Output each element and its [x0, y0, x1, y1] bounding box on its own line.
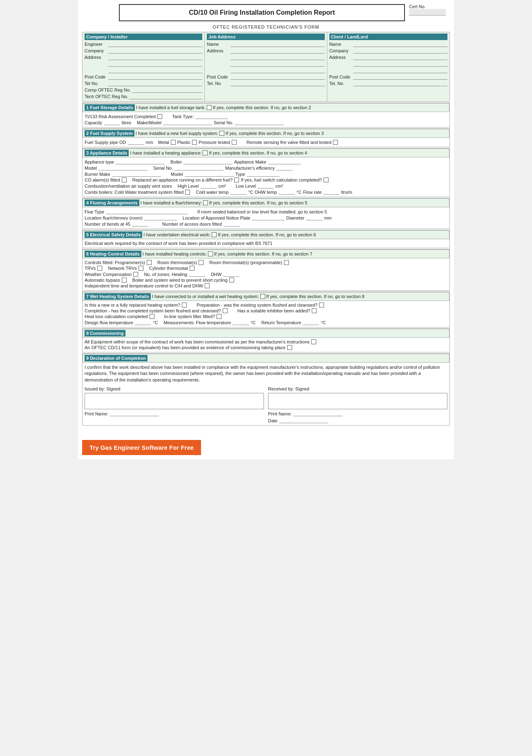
client-address-input[interactable]: [353, 54, 447, 60]
section-6-checkbox[interactable]: [208, 251, 213, 256]
fuel-switch-checkbox[interactable]: [324, 177, 329, 182]
dhw-input[interactable]: [223, 271, 239, 277]
high-level-input[interactable]: [200, 183, 217, 188]
client-company-input[interactable]: [353, 48, 447, 54]
access-doors-input[interactable]: [224, 221, 240, 227]
trvs-checkbox[interactable]: [97, 266, 102, 271]
inhibitor-checkbox[interactable]: [312, 308, 317, 313]
company-address2-input[interactable]: [108, 61, 202, 67]
completion-checkbox[interactable]: [223, 308, 228, 313]
type-input[interactable]: [247, 171, 279, 177]
replaced-checkbox[interactable]: [234, 177, 239, 182]
appliance-make-input[interactable]: [268, 159, 301, 164]
job-address4-input[interactable]: [230, 67, 324, 73]
room-stat-checkbox[interactable]: [199, 260, 203, 265]
room-stat-prog-checkbox[interactable]: [284, 260, 289, 265]
make-model-input[interactable]: [163, 120, 212, 125]
three-col-section: Company / Installer Engineer Company Add…: [82, 32, 450, 102]
flow-rate-input[interactable]: [323, 189, 340, 195]
tank-type-input[interactable]: [195, 114, 228, 119]
auto-bypass-checkbox[interactable]: [122, 278, 127, 283]
cta-button[interactable]: Try Gas Engineer Software For Free: [82, 440, 201, 455]
company-company-input[interactable]: [108, 48, 202, 54]
boiler-input[interactable]: [183, 159, 232, 164]
plastic-checkbox[interactable]: [192, 140, 197, 145]
approved-notice-input[interactable]: [252, 215, 285, 220]
date-input[interactable]: [279, 418, 328, 423]
pipe-od-input[interactable]: [128, 139, 144, 145]
company-tech-oftec-input[interactable]: [130, 94, 202, 99]
appliance-make-label: Appliance Make: [234, 159, 266, 164]
commissioning-line2: An OFTEC CD/11 form (or equivalent) has …: [85, 345, 286, 350]
commissioning-line1-checkbox[interactable]: [311, 339, 316, 344]
burner-make-input[interactable]: [112, 171, 161, 177]
job-address2-input[interactable]: [230, 54, 324, 60]
model2-input[interactable]: [185, 171, 234, 177]
client-address2-input[interactable]: [353, 61, 447, 67]
model-input[interactable]: [98, 165, 148, 170]
section-4-checkbox[interactable]: [203, 200, 208, 205]
location-flue-input[interactable]: [144, 215, 177, 220]
cert-input[interactable]: [409, 9, 446, 16]
serial-no-input[interactable]: [235, 120, 284, 125]
remote-sensing-checkbox[interactable]: [333, 140, 338, 145]
section-1-checkbox[interactable]: [207, 105, 212, 110]
cylinder-stat-checkbox[interactable]: [190, 266, 194, 271]
section-5-intro: I have undertaken electrical work:: [143, 232, 210, 237]
print-name-input1[interactable]: [110, 411, 159, 416]
serial-no2-input[interactable]: [174, 165, 224, 170]
return-temp-input[interactable]: [303, 320, 319, 325]
bends-45-input[interactable]: [132, 221, 148, 227]
pressure-tested-checkbox[interactable]: [232, 140, 237, 145]
company-engineer-input[interactable]: [108, 41, 202, 47]
cold-water-input[interactable]: [230, 189, 246, 195]
client-address3-input[interactable]: [353, 67, 447, 73]
company-postcode-input[interactable]: [108, 74, 202, 80]
mfr-efficiency-input[interactable]: [276, 165, 293, 170]
commissioning-line2-checkbox[interactable]: [287, 345, 292, 350]
company-tel-input[interactable]: [108, 81, 202, 86]
section-2-content: Fuel Supply pipe OD mm Metal Plastic Pre…: [83, 138, 449, 147]
capacity-input[interactable]: [104, 120, 120, 125]
combi-checkbox[interactable]: [185, 190, 190, 195]
short-cycling-checkbox[interactable]: [229, 278, 234, 283]
company-address-input[interactable]: [108, 54, 202, 60]
company-comp-oftec-input[interactable]: [132, 87, 202, 93]
job-postcode-input[interactable]: [230, 74, 324, 80]
company-address3-input[interactable]: [108, 67, 202, 73]
client-tel-input[interactable]: [353, 81, 447, 86]
job-tel-input[interactable]: [230, 81, 324, 86]
design-flow-input[interactable]: [135, 320, 151, 325]
independent-checkbox[interactable]: [205, 283, 210, 288]
issued-sig-box[interactable]: [85, 393, 264, 409]
job-address-input[interactable]: [230, 48, 324, 54]
network-trvs-checkbox[interactable]: [139, 266, 143, 271]
section-2-ifyes: If yes, complete this section. If no, go…: [226, 131, 324, 136]
print-name-input2[interactable]: [293, 411, 342, 416]
measurements-flow-input[interactable]: [232, 320, 249, 325]
dhw-temp-input[interactable]: [279, 189, 295, 195]
job-name-input[interactable]: [230, 41, 324, 47]
section-7-checkbox[interactable]: [260, 294, 265, 299]
new-replaced-checkbox[interactable]: [182, 303, 187, 307]
received-sig-box[interactable]: [268, 393, 447, 409]
diameter-input[interactable]: [306, 215, 322, 220]
job-address3-input[interactable]: [230, 61, 324, 67]
co-alarms-checkbox[interactable]: [122, 177, 127, 182]
heat-loss-checkbox[interactable]: [150, 314, 154, 319]
client-postcode-input[interactable]: [353, 74, 447, 80]
section-3-checkbox[interactable]: [203, 150, 208, 155]
section-5-checkbox[interactable]: [212, 232, 217, 237]
zones-heating-input[interactable]: [189, 271, 205, 277]
weather-comp-checkbox[interactable]: [133, 272, 138, 277]
flue-type-input[interactable]: [106, 209, 188, 214]
client-name-input[interactable]: [353, 41, 447, 47]
section-2-checkbox[interactable]: [219, 131, 224, 136]
programmers-checkbox[interactable]: [147, 260, 152, 265]
appliance-type-input[interactable]: [116, 159, 165, 164]
low-level-input[interactable]: [257, 183, 274, 188]
preparation-checkbox[interactable]: [319, 303, 324, 307]
inline-filter-checkbox[interactable]: [217, 314, 221, 319]
risk-checkbox[interactable]: [157, 114, 162, 119]
metal-checkbox[interactable]: [171, 140, 176, 145]
